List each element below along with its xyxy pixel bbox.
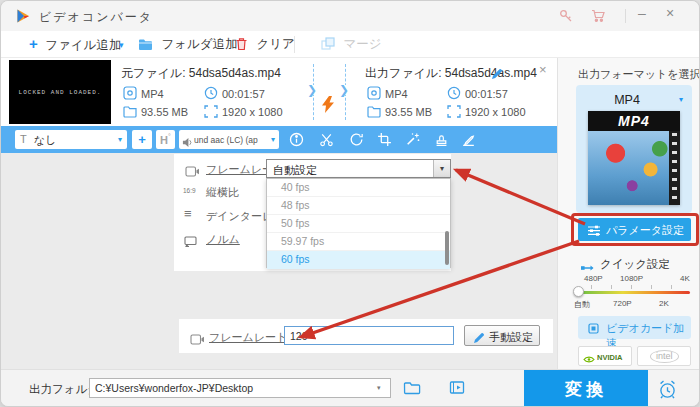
effects-wand-icon[interactable] <box>405 132 420 151</box>
audio-track-dropdown[interactable]: und aac (LC) (ap ▾ <box>179 130 279 149</box>
add-file-button[interactable]: + ファイル追加 <box>29 35 121 54</box>
source-size: 93.55 MB <box>141 106 188 118</box>
output-file-title: 出力ファイル: 54dsa5d4as.mp4 <box>365 65 537 82</box>
edit-toolbar: T なし ▾ + H° und aac (LC) (ap ▾ <box>1 126 557 153</box>
frame-rate-icon <box>185 163 200 181</box>
titlebar: ビデオコンバータ – × <box>1 1 700 31</box>
app-logo-icon <box>15 8 31 28</box>
rotate-icon[interactable] <box>349 132 364 151</box>
main-toolbar: + ファイル追加 ▾ フォルダ追加 クリア マージ <box>1 31 700 58</box>
chevron-down-icon: ▾ <box>271 135 275 144</box>
purchase-cart-icon[interactable] <box>591 9 606 27</box>
open-output-folder-icon[interactable] <box>449 380 467 399</box>
combobox-caret-icon[interactable]: ▾ <box>433 160 450 177</box>
crop-icon[interactable] <box>377 132 392 151</box>
format-thumbnail: MP4 <box>588 111 680 205</box>
bolt-icon <box>322 96 334 117</box>
slider-label-auto: 自動 <box>574 299 590 310</box>
quick-settings-label: クイック設定 <box>600 257 670 272</box>
fps-option[interactable]: 59.97 fps <box>267 233 450 251</box>
watermark-stamp-icon[interactable] <box>434 132 449 151</box>
norm-label[interactable]: ノルム <box>206 232 240 247</box>
output-folder-input[interactable] <box>89 378 391 398</box>
alarm-clock-icon[interactable] <box>657 379 678 404</box>
convert-button[interactable]: 変換 <box>524 370 648 407</box>
manual-setting-label: 手動設定 <box>489 330 533 345</box>
aspect-ratio-label[interactable]: 縦横比 <box>206 185 239 200</box>
trash-icon <box>235 37 248 54</box>
annotation-highlight-box <box>571 213 699 246</box>
fps-option-selected[interactable]: 60 fps <box>267 251 450 269</box>
add-file-label: ファイル追加 <box>45 38 121 52</box>
resolution-icon <box>204 104 218 122</box>
add-subtitle-button[interactable]: + <box>132 130 152 149</box>
resolution-icon <box>447 104 461 122</box>
source-format: MP4 <box>141 88 164 100</box>
folder-icon <box>138 37 153 54</box>
frame-rate-input[interactable] <box>284 326 454 345</box>
nvidia-toggle[interactable]: NVIDIA <box>578 346 632 366</box>
subtitle-dropdown[interactable]: T なし ▾ <box>15 130 127 149</box>
format-caret-icon[interactable]: ▾ <box>679 95 683 104</box>
intel-toggle[interactable]: intel <box>637 346 691 366</box>
output-size: 93.55 MB <box>385 106 432 118</box>
source-resolution: 1920 x 1080 <box>222 106 283 118</box>
output-folder-caret-icon[interactable]: ▾ <box>377 384 381 392</box>
app-window: ビデオコンバータ – × + ファイル追加 ▾ フォルダ追加 クリア マージ <box>0 0 700 407</box>
info-icon[interactable] <box>289 132 304 151</box>
add-folder-button[interactable]: フォルダ追加 <box>138 36 238 55</box>
browse-folder-icon[interactable] <box>403 380 421 399</box>
speaker-icon <box>182 134 193 152</box>
add-file-caret-icon[interactable]: ▾ <box>119 40 124 50</box>
gpu-acceleration-button[interactable]: ビデオカード加速 <box>578 316 691 339</box>
format-panel[interactable]: MP4 ▾ MP4 <box>576 85 692 213</box>
hardsub-button[interactable]: H° <box>156 130 175 149</box>
frame-rate-label[interactable]: フレームレート <box>209 330 287 345</box>
format-icon <box>123 86 137 104</box>
chevron-right-icon-2: ❯ <box>339 85 349 95</box>
merge-button[interactable]: マージ <box>321 36 382 55</box>
merge-label: マージ <box>343 37 381 51</box>
slider-label-1080p: 1080P <box>620 274 643 283</box>
hardsub-h-icon: H <box>160 134 168 146</box>
fps-option[interactable]: 48 fps <box>267 197 450 215</box>
format-thumb-picture <box>588 131 680 205</box>
slider-label-480p: 480P <box>584 274 603 283</box>
license-key-icon[interactable] <box>559 9 573 27</box>
format-thumb-label: MP4 <box>588 111 680 131</box>
fps-dropdown-list: 40 fps 48 fps 50 fps 59.97 fps 60 fps <box>266 178 451 268</box>
output-file-label: 出力ファイル: <box>365 66 441 80</box>
toolbar-divider <box>294 36 295 53</box>
add-folder-label: フォルダ追加 <box>161 37 237 51</box>
nvidia-label: NVIDIA <box>597 353 622 362</box>
output-format: MP4 <box>385 88 408 100</box>
close-button[interactable]: × <box>666 5 674 21</box>
frame-rate-combobox[interactable]: 自動設定 ▾ <box>266 159 451 178</box>
chevron-right-icon: ❯ <box>307 85 317 95</box>
aspect-ratio-icon: 16:9 <box>183 187 196 194</box>
manual-setting-button[interactable]: 手動設定 <box>464 325 540 346</box>
frame-rate-value: 自動設定 <box>273 163 317 178</box>
fps-option[interactable]: 50 fps <box>267 215 450 233</box>
quality-slider-track[interactable] <box>578 291 690 294</box>
output-resolution: 1920 x 1080 <box>465 106 526 118</box>
slider-label-4k: 4K <box>680 274 690 283</box>
manual-frame-rate-row: フレームレート 手動設定 <box>179 319 553 353</box>
source-file-label: 元ファイル: <box>121 66 185 80</box>
remove-file-icon[interactable]: × <box>539 62 547 77</box>
cut-icon[interactable] <box>319 132 334 151</box>
minimize-button[interactable]: – <box>638 5 646 21</box>
signature-pen-icon[interactable] <box>461 132 476 151</box>
plus-icon: + <box>29 35 38 52</box>
clock-icon <box>447 86 461 104</box>
merge-icon <box>321 37 335 54</box>
subtitle-t-icon: T <box>20 133 27 145</box>
rename-pencil-icon[interactable] <box>491 66 503 84</box>
fps-scrollbar[interactable] <box>445 231 449 265</box>
output-sidebar: 出力フォーマットを選択 MP4 ▾ MP4 パラメータ設定 クイック設定 480… <box>557 58 700 369</box>
quality-slider-handle[interactable] <box>573 286 584 297</box>
plus-icon: + <box>138 132 146 147</box>
clear-button[interactable]: クリア <box>235 36 295 55</box>
titlebar-divider <box>625 9 626 23</box>
fps-option[interactable]: 40 fps <box>267 179 450 197</box>
